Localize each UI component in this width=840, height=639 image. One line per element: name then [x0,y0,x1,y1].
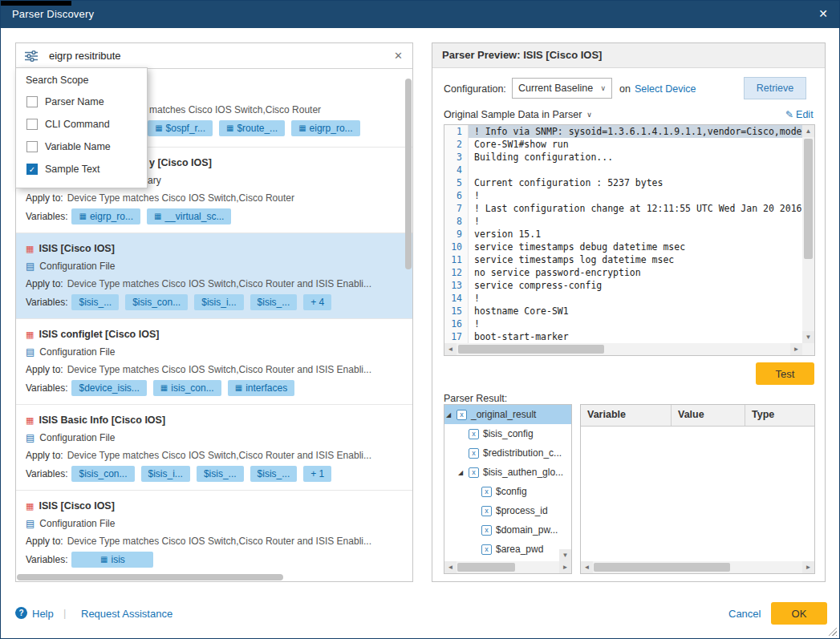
parser-card[interactable]: ▦ISIS [Cisco IOS]▤Configuration FileAppl… [16,233,412,319]
table-column-header[interactable]: Value [672,405,745,426]
parser-list-vertical-scrollbar[interactable] [405,72,412,574]
sample-data-label: Original Sample Data in Parser [444,109,582,120]
scroll-right-icon[interactable]: ► [802,561,814,573]
tree-scroll-down-icon[interactable]: ▼ [559,549,571,561]
variable-chip[interactable]: $isis_... [71,294,119,310]
variable-chip[interactable]: $isis_con... [71,466,134,482]
tree-node[interactable]: x$config [444,482,571,501]
tree-node[interactable]: x$isis_config [444,424,571,443]
parser-card[interactable]: ▦ISIS [Cisco IOS]▤Configuration FileAppl… [16,491,412,576]
clear-search-icon[interactable]: ✕ [394,50,403,62]
variable-chip-label: $isis_... [258,297,290,308]
variable-chip-label: $device_isis... [79,382,139,394]
dialog-titlebar[interactable]: Parser Discovery ✕ [1,1,839,28]
parser-list-horizontal-scrollbar[interactable] [17,574,407,580]
tree-expander-icon[interactable]: ◢ [458,469,469,476]
search-scope-option[interactable]: Variable Name [16,135,147,158]
code-line: 5Current configuration : 5237 bytes [444,176,802,189]
variable-chip[interactable]: ▦$ospf_r... [148,120,213,136]
search-scope-option[interactable]: Parser Name [16,91,147,113]
variable-chip[interactable]: $isis_i... [141,466,190,482]
scrollbar-thumb[interactable] [17,574,283,580]
table-column-header[interactable]: Type [745,405,814,426]
search-scope-option[interactable]: CLI Command [16,113,147,135]
ok-button[interactable]: OK [771,602,827,625]
code-line: 17boot-start-marker [444,330,802,343]
scrollbar-thumb[interactable] [594,563,730,572]
help-link[interactable]: Help [32,608,54,620]
scrollbar-thumb[interactable] [405,79,412,269]
checkbox-unchecked-icon[interactable] [26,96,38,107]
scroll-left-icon[interactable]: ◄ [444,343,457,355]
tree-node[interactable]: ◢x$isis_authen_glo... [444,463,571,482]
variable-chip[interactable]: ▦eigrp_ro... [291,120,359,136]
cancel-button[interactable]: Cancel [728,608,761,620]
tree-node[interactable]: x$domain_pw... [444,520,571,540]
collapse-caret-icon[interactable]: ∨ [586,111,592,119]
variable-chip[interactable]: + 4 [303,294,331,310]
search-input[interactable]: eigrp resitribute [49,50,394,62]
tree-node[interactable]: ◢x_original_result [444,405,571,424]
variable-chip[interactable]: + 1 [303,466,331,482]
scrollbar-thumb[interactable] [458,345,604,354]
parser-card-subtitle-row: ▤Configuration File [26,429,403,447]
close-icon[interactable]: ✕ [818,7,828,20]
scroll-up-icon[interactable]: ▲ [802,125,814,137]
help-icon[interactable]: ? [15,607,27,619]
variable-chip[interactable]: $isis_... [250,294,298,310]
line-number: 13 [444,279,469,292]
scrollbar-thumb[interactable] [457,563,515,572]
background-window-edge [1,1,71,6]
table-horizontal-scrollbar[interactable]: ◄ ► [581,561,814,573]
scroll-left-icon[interactable]: ◄ [444,561,457,573]
table-column-header[interactable]: Variable [581,405,672,426]
parser-card-subtitle: Configuration File [39,432,115,443]
scroll-down-icon[interactable]: ▼ [802,331,814,343]
variable-chip[interactable]: ▦eigrp_ro... [71,208,140,224]
tree-node[interactable]: x$redistribution_c... [444,443,571,463]
parser-card-title-row: ▦ISIS [Cisco IOS] [26,497,403,515]
tree-node[interactable]: x$process_id [444,501,571,520]
checkbox-unchecked-icon[interactable] [26,119,38,130]
test-button[interactable]: Test [756,362,814,385]
tree-horizontal-scrollbar[interactable]: ◄ ► [444,561,571,573]
scroll-left-icon[interactable]: ◄ [581,561,593,573]
editor-vertical-scrollbar[interactable]: ▲ ▼ [802,125,814,343]
variable-chip[interactable]: ▦isis_con... [153,380,221,396]
variable-chip[interactable]: ▦interfaces [228,380,294,396]
variable-chip[interactable]: $isis_con... [125,294,188,310]
resize-handle[interactable] [826,625,837,636]
variable-chip[interactable]: $device_isis... [71,380,146,396]
scrollbar-thumb[interactable] [804,139,813,259]
tree-node[interactable]: x$area_pwd [444,540,571,559]
variable-chip[interactable]: $isis_... [250,466,298,482]
filter-icon[interactable] [25,51,38,62]
apply-to-text: Device Type matches Cisco IOS Switch,Cis… [67,278,371,289]
retrieve-button[interactable]: Retrieve [744,77,806,99]
tree-expander-icon[interactable]: ◢ [446,411,457,419]
variable-icon: x [481,544,492,555]
variable-chip[interactable]: $isis_i... [194,294,243,310]
variable-chip[interactable]: ▦isis [71,552,153,568]
edit-link[interactable]: ✎ Edit [785,109,814,120]
line-number: 5 [444,176,469,189]
editor-horizontal-scrollbar[interactable]: ◄ ► [444,343,802,355]
variable-chip[interactable]: $isis_... [197,466,244,482]
select-device-link[interactable]: Select Device [635,83,700,95]
parser-card[interactable]: ▦ISIS configlet [Cisco IOS]▤Configuratio… [16,319,412,405]
variable-chip[interactable]: ▦$route_... [219,120,285,136]
checkbox-unchecked-icon[interactable] [26,141,38,152]
sample-data-editor[interactable]: 1! Info via SNMP: sysoid=1.3.6.1.4.1.9.1… [444,124,815,356]
configuration-select[interactable]: Current Baseline ∨ [512,78,612,99]
variables-label: Variables: [26,554,67,565]
search-scope-option[interactable]: ✓Sample Text [16,158,147,180]
scroll-right-icon[interactable]: ► [790,343,802,355]
apply-to-label: Apply to: [26,450,63,461]
variable-chip[interactable]: ▦__virtual_sc... [147,208,232,224]
code-area: 1! Info via SNMP: sysoid=1.3.6.1.4.1.9.1… [444,125,802,343]
apply-to-label: Apply to: [26,536,63,547]
request-assistance-link[interactable]: Request Assistance [81,608,172,620]
checkbox-checked-icon[interactable]: ✓ [26,164,38,175]
scroll-right-icon[interactable]: ► [559,561,571,573]
parser-card[interactable]: ▦ISIS Basic Info [Cisco IOS]▤Configurati… [16,405,412,491]
